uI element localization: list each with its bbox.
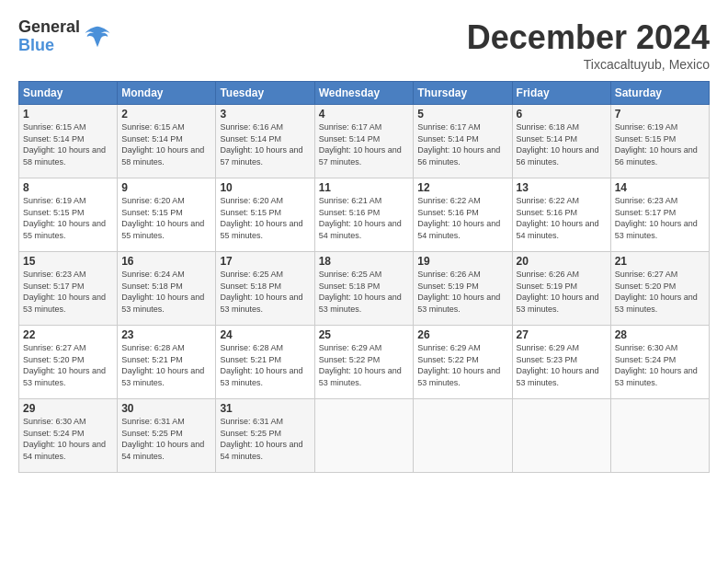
day-number: 13 — [517, 181, 607, 194]
table-row: 27Sunrise: 6:29 AM Sunset: 5:23 PM Dayli… — [512, 326, 610, 399]
table-row: 12Sunrise: 6:22 AM Sunset: 5:16 PM Dayli… — [414, 178, 512, 252]
day-number: 6 — [517, 108, 607, 121]
table-row: 9Sunrise: 6:20 AM Sunset: 5:15 PM Daylig… — [118, 178, 216, 252]
day-number: 28 — [615, 328, 705, 341]
day-number: 5 — [417, 108, 507, 121]
table-row: 23Sunrise: 6:28 AM Sunset: 5:21 PM Dayli… — [118, 326, 216, 399]
logo-bird-icon — [84, 23, 111, 51]
col-thursday: Thursday — [414, 82, 512, 105]
table-row: 26Sunrise: 6:29 AM Sunset: 5:22 PM Dayli… — [414, 326, 512, 399]
table-row: 2Sunrise: 6:15 AM Sunset: 5:14 PM Daylig… — [118, 105, 216, 178]
day-info: Sunrise: 6:23 AM Sunset: 5:17 PM Dayligh… — [23, 269, 113, 315]
main-container: General Blue December 2024 Tixcacaltuyub… — [0, 0, 728, 482]
day-info: Sunrise: 6:20 AM Sunset: 5:15 PM Dayligh… — [220, 195, 310, 241]
table-row — [314, 399, 414, 473]
calendar-header-row: Sunday Monday Tuesday Wednesday Thursday… — [19, 82, 710, 105]
day-number: 23 — [121, 328, 211, 341]
day-number: 4 — [319, 108, 410, 121]
day-number: 19 — [417, 255, 507, 268]
day-info: Sunrise: 6:27 AM Sunset: 5:20 PM Dayligh… — [615, 269, 705, 315]
day-info: Sunrise: 6:29 AM Sunset: 5:22 PM Dayligh… — [417, 342, 507, 388]
day-info: Sunrise: 6:26 AM Sunset: 5:19 PM Dayligh… — [417, 269, 507, 315]
day-info: Sunrise: 6:25 AM Sunset: 5:18 PM Dayligh… — [220, 269, 310, 315]
col-saturday: Saturday — [610, 82, 709, 105]
table-row: 20Sunrise: 6:26 AM Sunset: 5:19 PM Dayli… — [512, 252, 610, 326]
calendar-week-row: 8Sunrise: 6:19 AM Sunset: 5:15 PM Daylig… — [19, 178, 710, 252]
table-row: 17Sunrise: 6:25 AM Sunset: 5:18 PM Dayli… — [216, 252, 314, 326]
day-info: Sunrise: 6:24 AM Sunset: 5:18 PM Dayligh… — [121, 269, 211, 315]
day-info: Sunrise: 6:30 AM Sunset: 5:24 PM Dayligh… — [615, 342, 705, 388]
day-number: 29 — [23, 402, 113, 415]
day-number: 17 — [220, 255, 310, 268]
day-number: 9 — [121, 181, 211, 194]
day-number: 26 — [417, 328, 507, 341]
table-row: 4Sunrise: 6:17 AM Sunset: 5:14 PM Daylig… — [314, 105, 414, 178]
logo: General Blue — [18, 18, 111, 55]
col-sunday: Sunday — [19, 82, 118, 105]
month-title: December 2024 — [467, 18, 710, 57]
table-row: 11Sunrise: 6:21 AM Sunset: 5:16 PM Dayli… — [314, 178, 414, 252]
day-info: Sunrise: 6:20 AM Sunset: 5:15 PM Dayligh… — [121, 195, 211, 241]
calendar-week-row: 1Sunrise: 6:15 AM Sunset: 5:14 PM Daylig… — [19, 105, 710, 178]
col-monday: Monday — [118, 82, 216, 105]
day-info: Sunrise: 6:25 AM Sunset: 5:18 PM Dayligh… — [319, 269, 410, 315]
day-number: 20 — [517, 255, 607, 268]
table-row: 18Sunrise: 6:25 AM Sunset: 5:18 PM Dayli… — [314, 252, 414, 326]
day-number: 1 — [23, 108, 113, 121]
table-row: 6Sunrise: 6:18 AM Sunset: 5:14 PM Daylig… — [512, 105, 610, 178]
logo-general: General — [18, 18, 80, 37]
day-number: 11 — [319, 181, 410, 194]
day-info: Sunrise: 6:30 AM Sunset: 5:24 PM Dayligh… — [23, 416, 113, 462]
col-tuesday: Tuesday — [216, 82, 314, 105]
day-info: Sunrise: 6:28 AM Sunset: 5:21 PM Dayligh… — [220, 342, 310, 388]
day-number: 8 — [23, 181, 113, 194]
table-row: 1Sunrise: 6:15 AM Sunset: 5:14 PM Daylig… — [19, 105, 118, 178]
col-friday: Friday — [512, 82, 610, 105]
day-number: 22 — [23, 328, 113, 341]
day-number: 16 — [121, 255, 211, 268]
day-info: Sunrise: 6:19 AM Sunset: 5:15 PM Dayligh… — [23, 195, 113, 241]
col-wednesday: Wednesday — [314, 82, 414, 105]
calendar-week-row: 15Sunrise: 6:23 AM Sunset: 5:17 PM Dayli… — [19, 252, 710, 326]
table-row: 3Sunrise: 6:16 AM Sunset: 5:14 PM Daylig… — [216, 105, 314, 178]
day-info: Sunrise: 6:22 AM Sunset: 5:16 PM Dayligh… — [517, 195, 607, 241]
table-row — [414, 399, 512, 473]
table-row: 14Sunrise: 6:23 AM Sunset: 5:17 PM Dayli… — [610, 178, 709, 252]
day-info: Sunrise: 6:26 AM Sunset: 5:19 PM Dayligh… — [517, 269, 607, 315]
day-info: Sunrise: 6:31 AM Sunset: 5:25 PM Dayligh… — [121, 416, 211, 462]
table-row: 31Sunrise: 6:31 AM Sunset: 5:25 PM Dayli… — [216, 399, 314, 473]
table-row: 22Sunrise: 6:27 AM Sunset: 5:20 PM Dayli… — [19, 326, 118, 399]
day-info: Sunrise: 6:29 AM Sunset: 5:23 PM Dayligh… — [517, 342, 607, 388]
calendar-table: Sunday Monday Tuesday Wednesday Thursday… — [18, 81, 710, 473]
day-number: 7 — [615, 108, 705, 121]
table-row: 8Sunrise: 6:19 AM Sunset: 5:15 PM Daylig… — [19, 178, 118, 252]
table-row: 25Sunrise: 6:29 AM Sunset: 5:22 PM Dayli… — [314, 326, 414, 399]
day-number: 25 — [319, 328, 410, 341]
day-number: 15 — [23, 255, 113, 268]
table-row: 10Sunrise: 6:20 AM Sunset: 5:15 PM Dayli… — [216, 178, 314, 252]
table-row: 30Sunrise: 6:31 AM Sunset: 5:25 PM Dayli… — [118, 399, 216, 473]
day-number: 14 — [615, 181, 705, 194]
day-number: 18 — [319, 255, 410, 268]
calendar-week-row: 22Sunrise: 6:27 AM Sunset: 5:20 PM Dayli… — [19, 326, 710, 399]
day-info: Sunrise: 6:16 AM Sunset: 5:14 PM Dayligh… — [220, 121, 310, 167]
day-number: 27 — [517, 328, 607, 341]
day-info: Sunrise: 6:19 AM Sunset: 5:15 PM Dayligh… — [615, 121, 705, 167]
day-info: Sunrise: 6:28 AM Sunset: 5:21 PM Dayligh… — [121, 342, 211, 388]
location: Tixcacaltuyub, Mexico — [467, 57, 710, 72]
day-info: Sunrise: 6:18 AM Sunset: 5:14 PM Dayligh… — [517, 121, 607, 167]
day-info: Sunrise: 6:29 AM Sunset: 5:22 PM Dayligh… — [319, 342, 410, 388]
day-number: 3 — [220, 108, 310, 121]
table-row: 7Sunrise: 6:19 AM Sunset: 5:15 PM Daylig… — [610, 105, 709, 178]
table-row: 5Sunrise: 6:17 AM Sunset: 5:14 PM Daylig… — [414, 105, 512, 178]
day-info: Sunrise: 6:17 AM Sunset: 5:14 PM Dayligh… — [417, 121, 507, 167]
table-row: 19Sunrise: 6:26 AM Sunset: 5:19 PM Dayli… — [414, 252, 512, 326]
day-info: Sunrise: 6:15 AM Sunset: 5:14 PM Dayligh… — [121, 121, 211, 167]
day-number: 21 — [615, 255, 705, 268]
day-info: Sunrise: 6:27 AM Sunset: 5:20 PM Dayligh… — [23, 342, 113, 388]
table-row: 29Sunrise: 6:30 AM Sunset: 5:24 PM Dayli… — [19, 399, 118, 473]
table-row: 24Sunrise: 6:28 AM Sunset: 5:21 PM Dayli… — [216, 326, 314, 399]
day-number: 10 — [220, 181, 310, 194]
day-info: Sunrise: 6:31 AM Sunset: 5:25 PM Dayligh… — [220, 416, 310, 462]
day-number: 31 — [220, 402, 310, 415]
